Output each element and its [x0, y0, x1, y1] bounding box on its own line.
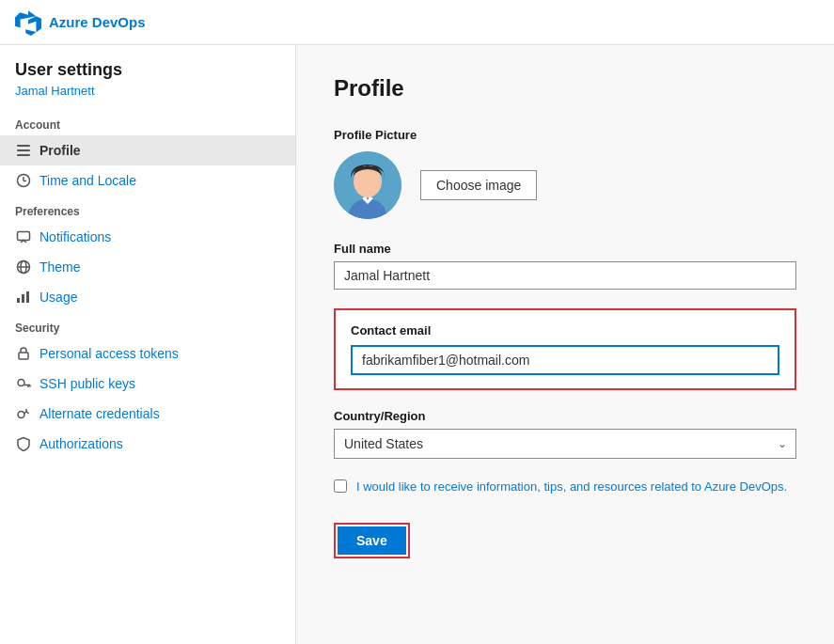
svg-rect-1: [17, 149, 30, 151]
country-select[interactable]: United States Canada United Kingdom Aust…: [334, 429, 796, 459]
sidebar-section-security: Security: [0, 312, 295, 338]
sidebar-item-label-pat: Personal access tokens: [39, 346, 179, 361]
sidebar-section-preferences: Preferences: [0, 196, 295, 222]
sidebar-item-label-authorizations: Authorizations: [39, 436, 123, 451]
full-name-input[interactable]: [334, 261, 796, 290]
country-group: Country/Region United States Canada Unit…: [334, 409, 796, 459]
profile-picture-row: Choose image: [334, 151, 796, 219]
country-select-wrap: United States Canada United Kingdom Aust…: [334, 429, 796, 459]
app-header: Azure DevOps: [0, 0, 834, 45]
sidebar-item-notifications[interactable]: Notifications: [0, 222, 295, 252]
sidebar-item-label-time-locale: Time and Locale: [39, 173, 136, 188]
svg-rect-10: [17, 298, 20, 303]
sidebar-item-label-alt-creds: Alternate credentials: [39, 406, 160, 421]
shield-icon: [15, 435, 32, 452]
azure-devops-logo-icon: [15, 9, 41, 36]
sidebar-item-profile[interactable]: Profile: [0, 135, 295, 165]
sidebar-item-theme[interactable]: Theme: [0, 252, 295, 282]
svg-point-18: [18, 412, 24, 418]
country-label: Country/Region: [334, 409, 796, 423]
key2-icon: [15, 405, 32, 422]
sidebar-item-alt-creds[interactable]: Alternate credentials: [0, 399, 295, 429]
sidebar-item-usage[interactable]: Usage: [0, 282, 295, 312]
sidebar-item-label-profile: Profile: [39, 143, 81, 158]
choose-image-button[interactable]: Choose image: [420, 170, 537, 200]
sidebar-user: Jamal Hartnett: [0, 84, 295, 109]
svg-rect-13: [19, 353, 28, 359]
svg-rect-6: [18, 232, 30, 241]
svg-rect-12: [26, 291, 29, 303]
full-name-label: Full name: [334, 242, 796, 256]
sidebar-item-label-ssh: SSH public keys: [39, 376, 135, 391]
svg-line-19: [24, 412, 27, 415]
sidebar-item-time-locale[interactable]: Time and Locale: [0, 165, 295, 196]
avatar-image: [334, 151, 401, 219]
sidebar: User settings Jamal Hartnett Account Pro…: [0, 45, 296, 644]
svg-rect-2: [17, 154, 30, 156]
sidebar-item-label-usage: Usage: [39, 290, 77, 305]
app-title: Azure DevOps: [49, 14, 146, 30]
lock-icon: [15, 345, 32, 362]
bar-chart-icon: [15, 289, 32, 306]
main-content: Profile Profile Picture: [296, 45, 834, 644]
sidebar-item-label-theme: Theme: [39, 259, 81, 275]
key-icon: [15, 375, 32, 392]
sidebar-heading: User settings: [0, 60, 295, 84]
contact-email-section: Contact email: [334, 308, 796, 390]
contact-email-input[interactable]: [351, 345, 779, 375]
chat-icon: [15, 228, 32, 245]
sidebar-item-ssh[interactable]: SSH public keys: [0, 369, 295, 399]
newsletter-checkbox-row: I would like to receive information, tip…: [334, 478, 796, 496]
clock-icon: [15, 172, 32, 189]
avatar: [334, 151, 401, 219]
list-icon: [15, 142, 32, 159]
profile-picture-label: Profile Picture: [334, 128, 796, 142]
newsletter-label[interactable]: I would like to receive information, tip…: [356, 478, 787, 496]
svg-rect-0: [17, 145, 30, 147]
profile-picture-group: Profile Picture: [334, 128, 796, 219]
save-button[interactable]: Save: [338, 526, 406, 555]
newsletter-checkbox[interactable]: [334, 479, 347, 493]
globe-icon: [15, 259, 32, 275]
contact-email-label: Contact email: [351, 323, 779, 338]
save-button-wrap: Save: [334, 523, 410, 558]
sidebar-item-authorizations[interactable]: Authorizations: [0, 429, 295, 459]
sidebar-section-account: Account: [0, 109, 295, 135]
sidebar-item-pat[interactable]: Personal access tokens: [0, 338, 295, 369]
svg-rect-11: [22, 294, 24, 303]
sidebar-item-label-notifications: Notifications: [39, 229, 111, 244]
svg-line-20: [26, 412, 29, 415]
page-title: Profile: [334, 75, 796, 102]
full-name-group: Full name: [334, 242, 796, 290]
svg-point-14: [18, 380, 24, 386]
